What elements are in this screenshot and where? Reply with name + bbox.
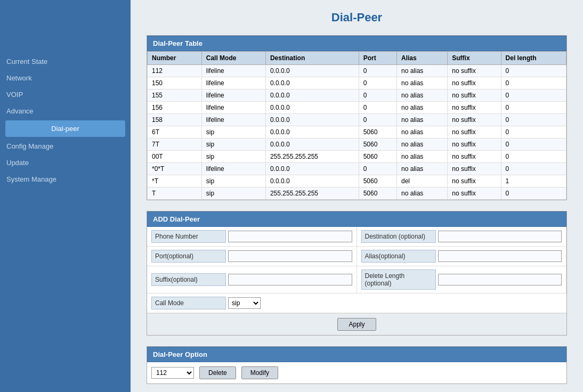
apply-row: Apply bbox=[147, 313, 566, 335]
delete-length-cell: Delete Length (optional) bbox=[357, 266, 567, 293]
cell-alias: no alias bbox=[396, 77, 447, 89]
cell-port: 5060 bbox=[359, 175, 396, 187]
sidebar: Current State Network VOIP Advance Dial-… bbox=[0, 0, 131, 392]
sidebar-item-update[interactable]: Update bbox=[0, 154, 131, 171]
sidebar-item-current-state[interactable]: Current State bbox=[0, 53, 131, 70]
add-form-grid: Phone Number Destination (optional) Port… bbox=[147, 227, 566, 313]
call-mode-select[interactable]: sip lifeline bbox=[228, 297, 261, 309]
main-content: Dial-Peer Dial-Peer Table Number Call Mo… bbox=[131, 0, 583, 392]
cell-number: 158 bbox=[148, 114, 202, 126]
sidebar-item-voip[interactable]: VOIP bbox=[0, 86, 131, 103]
delete-length-label: Delete Length (optional) bbox=[361, 270, 436, 290]
cell-alias: no alias bbox=[396, 138, 447, 151]
cell-del_length: 0 bbox=[501, 187, 566, 200]
delete-button[interactable]: Delete bbox=[199, 366, 236, 379]
cell-number: 156 bbox=[148, 102, 202, 114]
cell-destination: 0.0.0.0 bbox=[265, 65, 359, 77]
cell-suffix: no suffix bbox=[448, 65, 501, 77]
sidebar-item-advance[interactable]: Advance bbox=[0, 103, 131, 119]
cell-port: 5060 bbox=[359, 187, 396, 200]
table-row: 112lifeline0.0.0.00no aliasno suffix0 bbox=[148, 65, 566, 77]
add-dial-peer-header: ADD Dial-Peer bbox=[147, 211, 566, 227]
cell-suffix: no suffix bbox=[448, 175, 501, 187]
sidebar-item-system-manage[interactable]: System Manage bbox=[0, 171, 131, 187]
suffix-input[interactable] bbox=[228, 274, 352, 285]
table-header-row: Number Call Mode Destination Port Alias … bbox=[148, 52, 566, 65]
table-row: *Tsip0.0.0.05060delno suffix1 bbox=[148, 175, 566, 187]
cell-destination: 0.0.0.0 bbox=[265, 114, 359, 126]
cell-alias: no alias bbox=[396, 114, 447, 126]
delete-length-input[interactable] bbox=[438, 274, 562, 285]
cell-call_mode: sip bbox=[201, 126, 265, 138]
cell-port: 0 bbox=[359, 77, 396, 89]
col-suffix: Suffix bbox=[448, 52, 501, 65]
cell-port: 5060 bbox=[359, 126, 396, 138]
col-alias: Alias bbox=[396, 52, 447, 65]
col-call-mode: Call Mode bbox=[201, 52, 265, 65]
suffix-cell: Suffix(optional) bbox=[147, 266, 357, 293]
cell-number: 7T bbox=[148, 138, 202, 151]
sidebar-item-network[interactable]: Network bbox=[0, 70, 131, 86]
cell-call_mode: lifeline bbox=[201, 65, 265, 77]
table-row: 00Tsip255.255.255.2555060no aliasno suff… bbox=[148, 151, 566, 163]
call-mode-cell: Call Mode sip lifeline bbox=[147, 293, 566, 313]
cell-suffix: no suffix bbox=[448, 114, 501, 126]
col-destination: Destination bbox=[265, 52, 359, 65]
destination-label: Destination (optional) bbox=[361, 230, 436, 243]
apply-button[interactable]: Apply bbox=[337, 318, 376, 331]
alias-input[interactable] bbox=[438, 250, 562, 262]
cell-destination: 255.255.255.255 bbox=[265, 187, 359, 200]
cell-number: 6T bbox=[148, 126, 202, 138]
port-cell: Port(optional) bbox=[147, 247, 357, 266]
phone-number-cell: Phone Number bbox=[147, 227, 357, 247]
destination-cell: Destination (optional) bbox=[357, 227, 567, 247]
dial-peer-table-section: Dial-Peer Table Number Call Mode Destina… bbox=[147, 35, 567, 200]
cell-alias: no alias bbox=[396, 89, 447, 102]
table-row: 155lifeline0.0.0.00no aliasno suffix0 bbox=[148, 89, 566, 102]
cell-del_length: 0 bbox=[501, 89, 566, 102]
cell-suffix: no suffix bbox=[448, 163, 501, 175]
cell-port: 5060 bbox=[359, 151, 396, 163]
suffix-label: Suffix(optional) bbox=[151, 273, 226, 286]
cell-alias: no alias bbox=[396, 163, 447, 175]
table-row: 150lifeline0.0.0.00no aliasno suffix0 bbox=[148, 77, 566, 89]
cell-port: 5060 bbox=[359, 138, 396, 151]
cell-suffix: no suffix bbox=[448, 126, 501, 138]
option-section-header: Dial-Peer Option bbox=[147, 347, 566, 362]
table-row: 6Tsip0.0.0.05060no aliasno suffix0 bbox=[148, 126, 566, 138]
cell-suffix: no suffix bbox=[448, 151, 501, 163]
option-number-select[interactable]: 1121501551561586T7T00T*0*T*TT bbox=[151, 367, 194, 379]
cell-number: 00T bbox=[148, 151, 202, 163]
cell-destination: 0.0.0.0 bbox=[265, 126, 359, 138]
cell-call_mode: sip bbox=[201, 151, 265, 163]
cell-destination: 0.0.0.0 bbox=[265, 175, 359, 187]
add-dial-peer-section: ADD Dial-Peer Phone Number Destination (… bbox=[147, 211, 567, 336]
alias-label: Alias(optional) bbox=[361, 250, 436, 263]
port-input[interactable] bbox=[228, 250, 352, 262]
cell-call_mode: sip bbox=[201, 175, 265, 187]
cell-destination: 0.0.0.0 bbox=[265, 89, 359, 102]
option-section: Dial-Peer Option 1121501551561586T7T00T*… bbox=[147, 346, 567, 384]
table-row: *0*Tlifeline0.0.0.00no aliasno suffix0 bbox=[148, 163, 566, 175]
table-row: Tsip255.255.255.2555060no aliasno suffix… bbox=[148, 187, 566, 200]
cell-alias: del bbox=[396, 175, 447, 187]
cell-call_mode: lifeline bbox=[201, 114, 265, 126]
phone-number-input[interactable] bbox=[228, 231, 352, 242]
cell-suffix: no suffix bbox=[448, 77, 501, 89]
table-row: 158lifeline0.0.0.00no aliasno suffix0 bbox=[148, 114, 566, 126]
modify-button[interactable]: Modify bbox=[241, 366, 278, 379]
cell-call_mode: sip bbox=[201, 187, 265, 200]
alias-cell: Alias(optional) bbox=[357, 247, 567, 266]
cell-del_length: 0 bbox=[501, 65, 566, 77]
cell-call_mode: lifeline bbox=[201, 163, 265, 175]
cell-del_length: 0 bbox=[501, 163, 566, 175]
cell-del_length: 0 bbox=[501, 138, 566, 151]
option-row: 1121501551561586T7T00T*0*T*TT Delete Mod… bbox=[147, 362, 566, 383]
sidebar-item-dial-peer[interactable]: Dial-peer bbox=[5, 120, 125, 137]
cell-del_length: 0 bbox=[501, 126, 566, 138]
destination-input[interactable] bbox=[438, 231, 562, 242]
cell-destination: 0.0.0.0 bbox=[265, 102, 359, 114]
sidebar-item-config-manage[interactable]: Config Manage bbox=[0, 138, 131, 154]
col-del-length: Del length bbox=[501, 52, 566, 65]
cell-port: 0 bbox=[359, 65, 396, 77]
